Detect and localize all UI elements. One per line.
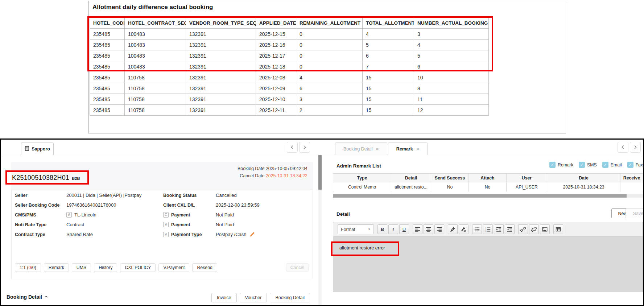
numbered-list-icon[interactable]: 123 [483,224,493,234]
button-cxl-policy[interactable]: CXL POLICY [120,263,156,272]
tab-sapporo[interactable]: Sapporo [21,142,54,155]
report-cell: 235485 [90,50,125,61]
field-row: Seller200011 | Dida | Seller(API) |Postp… [15,190,162,200]
checkbox-email[interactable]: ✓Email [602,162,622,168]
checkbox-sms[interactable]: ✓SMS [579,162,597,168]
field-row: Noti Rate TypeContract [15,220,162,230]
booking-code-value: K25100510382H01 [12,174,69,181]
tab-remark[interactable]: Remark× [388,142,428,155]
report-cell: 5 [363,40,414,50]
report-cell: 235485 [90,105,125,116]
bulleted-list-icon[interactable] [472,224,482,234]
ratio-button[interactable]: 1:1 (0/0) [15,263,41,272]
format-painter-icon[interactable] [448,224,458,234]
report-column-header: TOTAL_ALLOTMENT [363,17,414,29]
report-cell: 132391 [186,105,256,116]
align-right-icon[interactable] [434,224,444,234]
align-left-icon[interactable] [413,224,422,234]
booking-detail-section-toggle[interactable]: Booking Detail [7,294,48,300]
report-column-header: HOTEL_CONTRACT_SEQ [125,17,186,29]
report-row: 2354851004831323912025-12-18076 [90,61,489,72]
button-remark[interactable]: Remark [44,263,69,272]
scrollbar-thumb[interactable] [333,194,627,198]
field-value: 2025-12-08 23:59:59 [216,202,260,208]
booking-prev-button[interactable] [287,142,298,153]
report-cell: 110758 [125,105,186,116]
field-type-badge: V [163,232,169,237]
link-icon[interactable] [518,224,528,234]
report-cell: 15 [363,72,414,83]
button-ums[interactable]: UMS [72,263,91,272]
section-title: Booking Detail [7,294,42,300]
italic-icon[interactable]: I [388,224,398,234]
checkbox-remark[interactable]: ✓Remark [549,162,573,168]
report-cell: 15 [363,105,414,116]
remark-table-scrollbar[interactable] [333,194,643,198]
report-cell: 7 [363,61,414,72]
remark-next-button[interactable] [630,142,641,153]
edit-pencil-icon[interactable] [249,232,255,237]
remove-format-icon[interactable] [459,224,468,234]
field-value: Contract [66,222,84,227]
checkbox-icon[interactable]: ✓ [549,162,556,168]
button-resend[interactable]: Resend [192,263,217,272]
footer-button-voucher[interactable]: Voucher [240,293,267,302]
report-cell: 2025-12-17 [256,50,296,61]
button-history[interactable]: History [94,263,117,272]
report-header-row: HOTEL_CODEHOTEL_CONTRACT_SEQVENDOR_ROOM_… [90,17,489,29]
tab-close-icon[interactable]: × [376,146,379,152]
field-label: Client CXL D/L [163,203,216,208]
cancel-button[interactable]: Cancel [286,263,309,272]
checkbox-icon[interactable]: ✓ [602,162,608,168]
format-dropdown[interactable]: Format▼ [338,224,374,234]
report-cell: 0 [296,61,363,72]
unlink-icon[interactable] [529,224,539,234]
field-label: Contract Type [15,232,66,237]
save-button[interactable]: Save [626,208,644,218]
report-cell: 235485 [90,29,125,40]
booking-panel-scrollbar[interactable] [318,155,322,305]
remark-prev-button[interactable] [618,142,628,153]
table-icon[interactable] [553,224,563,234]
indent-icon[interactable] [494,224,504,234]
remark-detail-link[interactable]: allotment resto... [395,185,428,190]
field-type-badge: C [163,212,169,218]
checkbox-fax[interactable]: ✓Fax [627,162,643,168]
booking-next-button[interactable] [299,142,310,153]
report-cell: 4 [363,29,414,40]
checkbox-icon[interactable]: ✓ [627,162,633,168]
checkbox-icon[interactable]: ✓ [579,162,585,168]
report-cell: 132391 [186,40,256,50]
report-title: Allotment daily difference actual bookin… [92,4,213,11]
remark-column-header: Send Success [431,174,469,182]
toolbar-group [413,224,444,234]
tab-sapporo-label: Sapporo [32,146,50,152]
checkbox-label: Remark [558,162,573,168]
remark-cell: 2025-10-31 18:34:23 [547,182,620,192]
bottom-panels: Sapporo K25100510382H01B2B Booking Date … [0,138,644,306]
outdent-icon[interactable] [505,224,515,234]
field-value: 200011 | Dida | Seller(API) |Postpay [66,193,141,198]
report-cell: 100483 [125,50,186,61]
toolbar-group: 123 [472,224,515,234]
align-center-icon[interactable] [424,224,433,234]
remark-column-header: Attach [469,174,507,182]
tab-close-icon[interactable]: × [416,146,419,152]
booking-footer-buttons: InvoiceVoucherBooking Detail [182,293,310,302]
footer-button-booking-detail[interactable]: Booking Detail [270,293,310,302]
footer-button-invoice[interactable]: Invoice [211,293,237,302]
field-value: 1974636164082176000 [66,202,116,208]
remark-header-row: TypeDetailSend SuccessAttachUserDateRece… [333,174,643,182]
scrollbar-thumb[interactable] [318,155,322,190]
field-row: Client CXL D/L2025-12-08 23:59:59 [163,200,314,210]
image-icon[interactable] [540,224,550,234]
bold-icon[interactable]: B [377,224,387,234]
report-row: 2354851107581323912025-12-1031511 [90,94,489,105]
report-cell: 10 [414,72,489,83]
underline-icon[interactable]: U [399,224,409,234]
button-v-payment[interactable]: V.Payment [158,263,189,272]
report-cell: 2025-12-16 [256,40,296,50]
editor-toolbar: Format▼BIU123 [333,222,643,237]
report-cell: 6 [414,61,489,72]
tab-booking-detail[interactable]: Booking Detail× [335,142,387,155]
